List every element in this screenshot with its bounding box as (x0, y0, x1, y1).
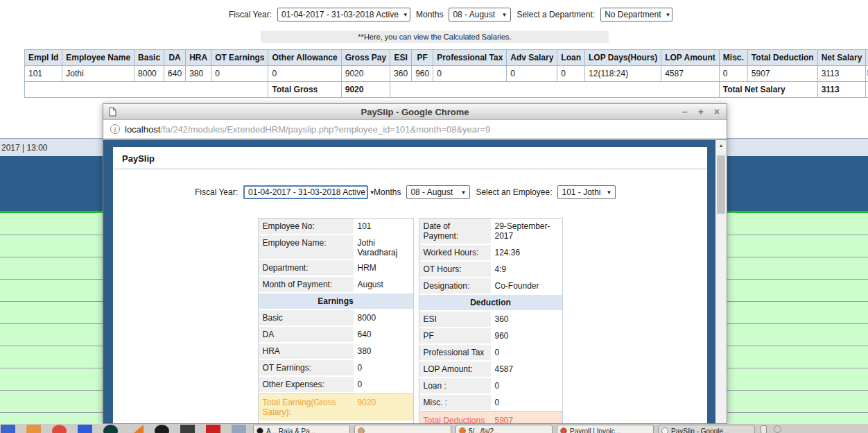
total-gross-value: 9020 (341, 82, 390, 98)
field-label: ESI (419, 312, 491, 328)
desktop: Fiscal Year: 01-04-2017 - 31-03-2018 Act… (0, 0, 868, 433)
taskbar-window-button[interactable]: A... Raja & Pa... (253, 425, 350, 433)
taskbar-button-icon (661, 427, 668, 433)
window-titlebar[interactable]: PaySlip - Google Chrome – + × (103, 104, 727, 120)
app-icon-blue-partial[interactable] (1, 425, 15, 433)
earnings-panel: Employee No:101Employee Name:Jothi Varad… (258, 218, 414, 424)
scrollbar-thumb[interactable] (717, 155, 725, 214)
total-gross-label: Total Gross (268, 82, 341, 98)
payslip-field-row: OT Hours:4:9 (419, 262, 562, 278)
department-select[interactable]: No Department ▼ (600, 8, 672, 22)
taskbar-window-button[interactable]: PaySlip - Google... (658, 425, 755, 433)
taskbar-button-label: A... Raja & Pa... (266, 427, 315, 433)
app-icon-red-circle[interactable] (52, 425, 67, 433)
info-icon[interactable]: i (110, 124, 120, 134)
field-value: Co-Founder (491, 278, 562, 295)
total-earning-label: Total Earning(Gross Salary): (259, 398, 354, 417)
taskbar-window-button[interactable]: Payroll | Invoic... (557, 425, 654, 433)
payslip-field-row: Misc. :0 (419, 395, 562, 411)
address-bar[interactable]: i localhost/fa/242/modules/ExtendedHRM/p… (103, 120, 727, 139)
total-net-value: 3113 (817, 82, 866, 98)
popup-months-select[interactable]: 08 - August ▼ (406, 185, 470, 199)
taskbar-window-button[interactable] (354, 425, 451, 433)
column-header: Loan (557, 50, 585, 66)
url-text[interactable]: localhost/fa/242/modules/ExtendedHRM/pay… (125, 124, 490, 135)
column-header: Gross Pay (341, 50, 390, 66)
payslip-field-row: ESI360 (419, 312, 562, 328)
maximize-button[interactable]: + (698, 107, 704, 117)
column-header: ESI (390, 50, 412, 66)
payslip-field-row: Month of Payment:August (259, 277, 413, 294)
app-icon-orange-box[interactable] (26, 425, 41, 433)
app-icon-black-circle[interactable] (155, 425, 169, 433)
chevron-down-icon: ▼ (403, 12, 408, 18)
salary-total-row: Total Gross9020Total Net Salary3113 (25, 82, 868, 98)
field-value: 4587 (491, 362, 562, 378)
app-icon-window-preview[interactable] (232, 425, 246, 433)
taskbar-button-icon (560, 427, 567, 433)
app-icon-orange-triangle[interactable] (129, 425, 144, 433)
field-label: Loan : (419, 378, 491, 395)
field-value: 0 (354, 377, 413, 393)
field-value: 8000 (354, 310, 413, 327)
taskbar-button-label: 5/.../fa/2... (469, 427, 499, 433)
field-label: Department: (259, 260, 354, 277)
column-header: OT Earnings (211, 50, 268, 66)
field-label: OT Hours: (419, 262, 491, 278)
app-icon-dark-circle[interactable] (103, 425, 118, 433)
popup-fiscal-year-label: Fiscal Year: (195, 187, 238, 197)
payslip-field-row: OT Earnings:0 (259, 360, 413, 377)
payslip-field-row: DA640 (259, 327, 413, 343)
field-value: 101 (354, 219, 413, 235)
field-label: HRA (259, 343, 354, 360)
payslip-field-row: PF960 (419, 328, 562, 345)
fiscal-year-select[interactable]: 01-04-2017 - 31-03-2018 Active ▼ (277, 8, 410, 22)
salary-cell: 0 (268, 66, 341, 82)
app-icon-red-f[interactable] (206, 425, 220, 433)
popup-fiscal-year-select[interactable]: 01-04-2017 - 31-03-2018 Active ▼ (243, 185, 368, 199)
field-label: PF (419, 328, 491, 345)
status-time-text: 2017 | 13:00 (1, 143, 48, 153)
payslip-field-row: Date of Payment:29-September-2017 (419, 219, 562, 245)
salary-row: 101Jothi800064038000902036096000012(118:… (25, 66, 868, 82)
column-header: LOP Amount (661, 50, 720, 66)
salary-cell: 380 (186, 66, 211, 82)
field-label: Employee No: (259, 219, 354, 235)
payslip-field-row: Employee Name:Jothi Varadharaj (259, 235, 413, 260)
volume-icon[interactable] (774, 425, 781, 433)
field-label: Month of Payment: (259, 277, 354, 294)
payslip-field-row: Other Expenses:0 (259, 377, 413, 393)
months-select[interactable]: 08 - August ▼ (449, 8, 511, 22)
field-value: 0 (354, 360, 413, 377)
taskbar-window-button[interactable]: 5/.../fa/2... (455, 425, 553, 433)
close-button[interactable]: × (714, 107, 720, 117)
taskbar-button-icon (358, 427, 365, 433)
salary-cell: 5907 (747, 66, 817, 82)
column-header: Net Salary (817, 50, 866, 66)
salary-cell: Jothi (62, 66, 134, 82)
field-value: 124:36 (491, 245, 562, 262)
field-value: HRM (354, 260, 413, 277)
app-icon-blue-square[interactable] (78, 425, 92, 433)
clip-icon[interactable] (761, 425, 767, 433)
document-icon (109, 107, 116, 117)
column-header: PF (412, 50, 433, 66)
column-header: HRA (186, 50, 211, 66)
payslip-detail: Employee No:101Employee Name:Jothi Varad… (113, 218, 707, 424)
scroll-up-arrow-icon[interactable]: ▲ (715, 140, 727, 150)
employee-select[interactable]: 101 - Jothi ▼ (557, 185, 616, 199)
payslip-filters: Fiscal Year: 01-04-2017 - 31-03-2018 Act… (195, 185, 707, 199)
taskbar: A... Raja & Pa...5/.../fa/2...Payroll | … (0, 424, 868, 433)
field-label: Professional Tax (419, 345, 491, 362)
total-earning-value: 9020 (354, 398, 413, 417)
column-header: DA (164, 50, 186, 66)
field-label: Other Expenses: (259, 377, 354, 393)
app-icon-dark-screen[interactable] (180, 425, 195, 433)
chevron-down-icon: ▼ (666, 12, 671, 18)
payslip-field-row: LOP Amount:4587 (419, 362, 562, 378)
scrollbar[interactable]: ▲ (715, 140, 727, 423)
column-header: Empl Id (25, 50, 62, 66)
total-earning: Total Earning(Gross Salary):9020 (259, 393, 413, 421)
minimize-button[interactable]: – (682, 107, 688, 117)
column-header: Adv Salary (507, 50, 557, 66)
